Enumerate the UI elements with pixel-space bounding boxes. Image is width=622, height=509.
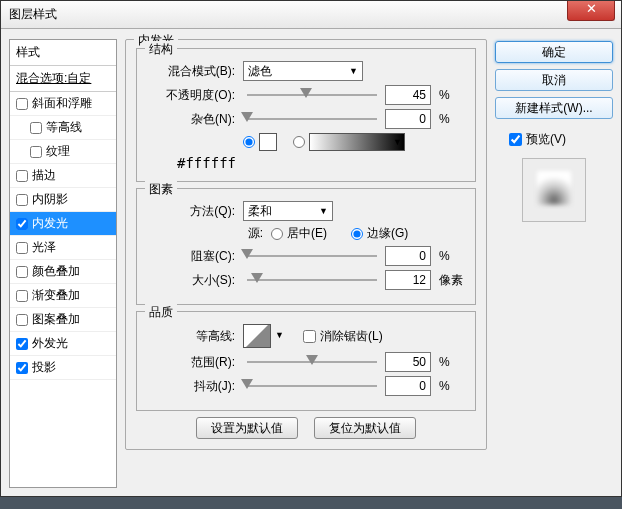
style-item[interactable]: 图案叠加 (10, 308, 116, 332)
style-checkbox[interactable] (16, 242, 28, 254)
styles-list: 样式 混合选项:自定 斜面和浮雕等高线纹理描边内阴影内发光光泽颜色叠加渐变叠加图… (9, 39, 117, 488)
size-slider[interactable] (247, 272, 377, 288)
right-panel: 确定 取消 新建样式(W)... 预览(V) (495, 39, 613, 488)
source-center-radio[interactable] (271, 228, 283, 240)
chevron-down-icon: ▼ (393, 137, 402, 147)
blend-mode-combo[interactable]: 滤色▼ (243, 61, 363, 81)
quality-legend: 品质 (145, 304, 177, 321)
size-input[interactable]: 12 (385, 270, 431, 290)
preview-checkbox[interactable] (509, 133, 522, 146)
contour-label: 等高线: (147, 328, 239, 345)
opacity-input[interactable]: 45 (385, 85, 431, 105)
style-checkbox[interactable] (16, 362, 28, 374)
style-checkbox[interactable] (16, 170, 28, 182)
technique-combo[interactable]: 柔和▼ (243, 201, 333, 221)
reset-default-button[interactable]: 复位为默认值 (314, 417, 416, 439)
style-label: 内发光 (32, 215, 68, 232)
chevron-down-icon: ▼ (349, 66, 358, 76)
style-label: 外发光 (32, 335, 68, 352)
size-label: 大小(S): (147, 272, 239, 289)
style-item[interactable]: 描边 (10, 164, 116, 188)
style-label: 投影 (32, 359, 56, 376)
titlebar: 图层样式 ✕ (1, 1, 621, 29)
cancel-button[interactable]: 取消 (495, 69, 613, 91)
jitter-input[interactable]: 0 (385, 376, 431, 396)
style-item[interactable]: 等高线 (10, 116, 116, 140)
source-label: 源: (147, 225, 267, 242)
source-edge-radio[interactable] (351, 228, 363, 240)
color-swatch[interactable] (259, 133, 277, 151)
gradient-radio[interactable] (293, 136, 305, 148)
window-title: 图层样式 (9, 6, 57, 23)
style-label: 等高线 (46, 119, 82, 136)
style-label: 描边 (32, 167, 56, 184)
style-checkbox[interactable] (16, 218, 28, 230)
style-item[interactable]: 斜面和浮雕 (10, 92, 116, 116)
style-checkbox[interactable] (16, 98, 28, 110)
style-label: 图案叠加 (32, 311, 80, 328)
layer-style-dialog: 图层样式 ✕ 样式 混合选项:自定 斜面和浮雕等高线纹理描边内阴影内发光光泽颜色… (0, 0, 622, 497)
style-item[interactable]: 内阴影 (10, 188, 116, 212)
style-item[interactable]: 外发光 (10, 332, 116, 356)
gradient-picker[interactable]: ▼ (309, 133, 405, 151)
antialias-checkbox[interactable] (303, 330, 316, 343)
style-checkbox[interactable] (16, 290, 28, 302)
style-checkbox[interactable] (16, 194, 28, 206)
close-button[interactable]: ✕ (567, 1, 615, 21)
style-checkbox[interactable] (16, 314, 28, 326)
contour-picker[interactable]: ▼ (243, 324, 271, 348)
noise-input[interactable]: 0 (385, 109, 431, 129)
style-label: 颜色叠加 (32, 263, 80, 280)
opacity-slider[interactable] (247, 87, 377, 103)
style-checkbox[interactable] (16, 338, 28, 350)
style-label: 光泽 (32, 239, 56, 256)
elements-legend: 图素 (145, 181, 177, 198)
chevron-down-icon: ▼ (319, 206, 328, 216)
blend-options[interactable]: 混合选项:自定 (10, 66, 116, 92)
technique-label: 方法(Q): (147, 203, 239, 220)
structure-legend: 结构 (145, 41, 177, 58)
style-item[interactable]: 光泽 (10, 236, 116, 260)
style-item[interactable]: 内发光 (10, 212, 116, 236)
jitter-label: 抖动(J): (147, 378, 239, 395)
color-radio[interactable] (243, 136, 255, 148)
style-item[interactable]: 颜色叠加 (10, 260, 116, 284)
style-checkbox[interactable] (30, 146, 42, 158)
style-label: 内阴影 (32, 191, 68, 208)
noise-slider[interactable] (247, 111, 377, 127)
choke-label: 阻塞(C): (147, 248, 239, 265)
style-label: 渐变叠加 (32, 287, 80, 304)
style-item[interactable]: 纹理 (10, 140, 116, 164)
choke-input[interactable]: 0 (385, 246, 431, 266)
blend-mode-label: 混合模式(B): (147, 63, 239, 80)
ok-button[interactable]: 确定 (495, 41, 613, 63)
range-label: 范围(R): (147, 354, 239, 371)
jitter-slider[interactable] (247, 378, 377, 394)
style-label: 斜面和浮雕 (32, 95, 92, 112)
range-input[interactable]: 50 (385, 352, 431, 372)
style-checkbox[interactable] (30, 122, 42, 134)
styles-header: 样式 (10, 40, 116, 66)
noise-label: 杂色(N): (147, 111, 239, 128)
range-slider[interactable] (247, 354, 377, 370)
choke-slider[interactable] (247, 248, 377, 264)
style-item[interactable]: 投影 (10, 356, 116, 380)
style-item[interactable]: 渐变叠加 (10, 284, 116, 308)
style-checkbox[interactable] (16, 266, 28, 278)
preview-thumbnail (522, 158, 586, 222)
opacity-label: 不透明度(O): (147, 87, 239, 104)
new-style-button[interactable]: 新建样式(W)... (495, 97, 613, 119)
style-label: 纹理 (46, 143, 70, 160)
hex-label: #ffffff (177, 155, 465, 171)
settings-panel: 内发光 结构 混合模式(B): 滤色▼ 不透明度(O): 45 % (125, 39, 487, 488)
make-default-button[interactable]: 设置为默认值 (196, 417, 298, 439)
chevron-down-icon: ▼ (275, 330, 284, 340)
